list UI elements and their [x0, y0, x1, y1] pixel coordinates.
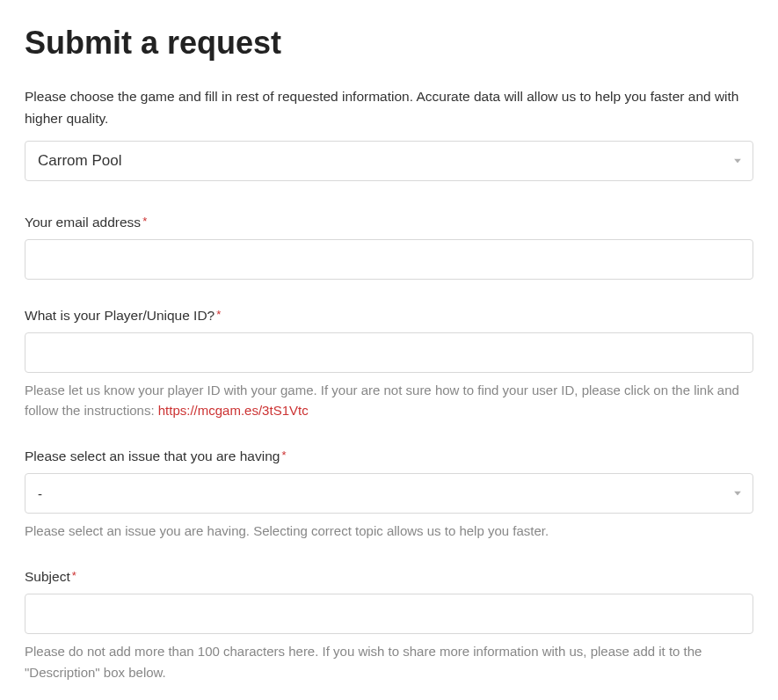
issue-label: Please select an issue that you are havi… [25, 448, 753, 464]
page-title: Submit a request [25, 25, 753, 62]
player-id-field[interactable] [25, 332, 753, 373]
required-asterisk: * [281, 448, 286, 462]
intro-text: Please choose the game and fill in rest … [25, 86, 753, 130]
issue-select[interactable]: - [25, 473, 753, 514]
email-label: Your email address* [25, 215, 753, 230]
issue-helper: Please select an issue you are having. S… [25, 521, 753, 541]
player-id-helper: Please let us know your player ID with y… [25, 380, 753, 421]
game-select[interactable]: Carrom Pool [25, 141, 753, 181]
player-id-helper-text: Please let us know your player ID with y… [25, 383, 739, 418]
required-asterisk: * [142, 215, 147, 228]
subject-helper: Please do not add more than 100 characte… [25, 641, 753, 682]
required-asterisk: * [72, 569, 76, 582]
required-asterisk: * [216, 308, 221, 321]
subject-label: Subject* [25, 569, 753, 585]
issue-label-text: Please select an issue that you are havi… [25, 448, 280, 463]
email-label-text: Your email address [25, 215, 141, 230]
subject-label-text: Subject [25, 569, 70, 584]
issue-select-value: - [38, 486, 42, 501]
game-select-value: Carrom Pool [38, 152, 121, 170]
player-id-label-text: What is your Player/Unique ID? [25, 308, 214, 323]
subject-field[interactable] [25, 594, 753, 634]
player-id-helper-link[interactable]: https://mcgam.es/3tS1Vtc [158, 403, 309, 418]
email-field[interactable] [25, 239, 753, 280]
player-id-label: What is your Player/Unique ID?* [25, 308, 753, 324]
